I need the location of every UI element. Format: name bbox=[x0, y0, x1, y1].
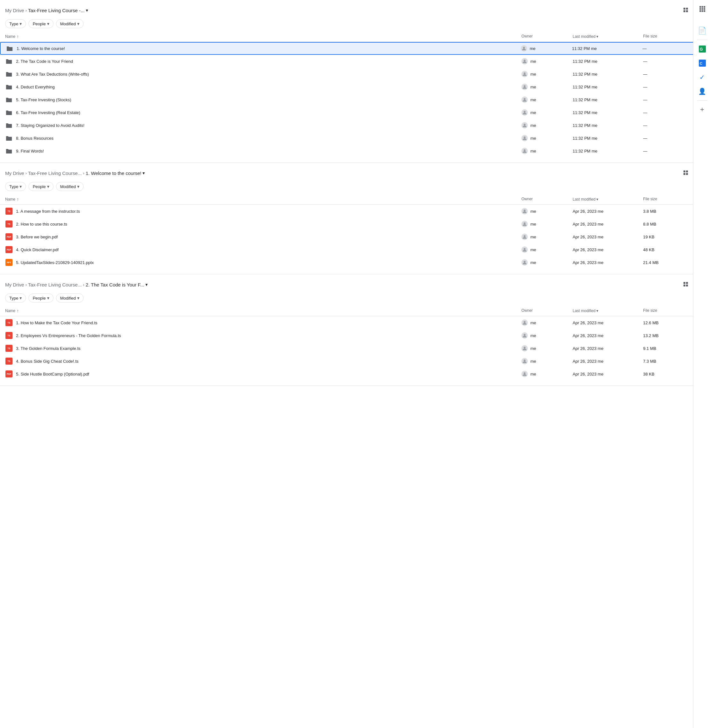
table-row[interactable]: 3. What Are Tax Deductions (Write-offs) … bbox=[0, 68, 711, 80]
breadcrumb-part[interactable]: My Drive bbox=[5, 8, 24, 13]
table-row[interactable]: 8. Bonus Resources me 11:32 PM me — ⋮ bbox=[0, 132, 711, 145]
table-header: Name ↑ Owner Last modified ▾ File size ⋮ bbox=[0, 306, 711, 316]
svg-rect-1 bbox=[686, 8, 688, 10]
grid-view-button[interactable] bbox=[680, 167, 692, 179]
contacts-sidebar-icon[interactable]: 👤 bbox=[696, 85, 709, 98]
owner-cell: me bbox=[521, 221, 572, 227]
file-name: 1. How to Make the Tax Code Your Friend.… bbox=[16, 320, 97, 325]
owner-cell: me bbox=[521, 109, 572, 116]
filter-chip-type3[interactable]: Type ▾ bbox=[5, 294, 26, 303]
size-cell: 7.3 MB bbox=[643, 359, 694, 364]
file-name: 5. Tax-Free Investing (Stocks) bbox=[16, 97, 71, 102]
pptx-icon: PPT bbox=[5, 258, 13, 266]
file-name: 9. Final Words! bbox=[16, 149, 44, 154]
column-name[interactable]: Name ↑ bbox=[5, 34, 521, 39]
table-row[interactable]: TS 3. The Golden Formula Example.ts me A… bbox=[0, 342, 711, 355]
breadcrumb-current[interactable]: 1. Welcome to the course! ▾ bbox=[86, 170, 145, 176]
table-row[interactable]: TS 2. Employees Vs Entrepreneurs - The G… bbox=[0, 329, 711, 342]
modified-cell: Apr 26, 2023 me bbox=[572, 235, 643, 239]
modified-cell: Apr 26, 2023 me bbox=[572, 320, 643, 325]
column-name[interactable]: Name ↑ bbox=[5, 308, 521, 313]
svg-point-27 bbox=[524, 210, 525, 211]
owner-cell: me bbox=[521, 122, 572, 128]
tasks-sidebar-icon[interactable]: ✓ bbox=[696, 71, 709, 84]
breadcrumb-part[interactable]: Tax-Free Living Course... bbox=[28, 170, 82, 176]
calendar-sidebar-icon[interactable]: C bbox=[696, 57, 709, 69]
svg-text:G: G bbox=[700, 47, 703, 52]
file-name-cell: TS 1. A message from the instructor.ts bbox=[5, 207, 521, 215]
filter-chevron-icon: ▾ bbox=[47, 21, 49, 26]
filter-chevron-icon: ▾ bbox=[19, 21, 22, 26]
avatar bbox=[521, 319, 528, 326]
filter-chip-people3[interactable]: People ▾ bbox=[28, 294, 53, 303]
modified-cell: 11:32 PM me bbox=[572, 136, 643, 141]
svg-point-42 bbox=[524, 372, 525, 374]
table-row[interactable]: 4. Deduct Everything me 11:32 PM me — ⋮ bbox=[0, 80, 711, 93]
svg-point-6 bbox=[523, 47, 525, 49]
breadcrumb: My Drive › Tax-Free Living Course -... ▾ bbox=[5, 8, 88, 13]
breadcrumb-current[interactable]: 2. The Tax Code is Your F... ▾ bbox=[86, 282, 148, 287]
filter-label: People bbox=[32, 21, 46, 26]
table-row[interactable]: 6. Tax-Free Investing (Real Estate) me 1… bbox=[0, 106, 711, 119]
breadcrumb-part[interactable]: Tax-Free Living Course... bbox=[28, 282, 82, 287]
file-name-cell: 3. What Are Tax Deductions (Write-offs) bbox=[5, 70, 521, 78]
folder-icon bbox=[5, 134, 13, 142]
owner-cell: me bbox=[521, 332, 572, 339]
folder-icon bbox=[5, 83, 13, 91]
svg-rect-49 bbox=[699, 10, 701, 12]
file-table: Name ↑ Owner Last modified ▾ File size ⋮ bbox=[0, 31, 711, 157]
filter-chip-modified2[interactable]: Modified ▾ bbox=[56, 182, 84, 191]
table-row[interactable]: PPT 5. UpdatedTaxSlides-210829-140921.pp… bbox=[0, 256, 711, 269]
table-row[interactable]: TS 1. A message from the instructor.ts m… bbox=[0, 205, 711, 217]
table-row[interactable]: 9. Final Words! me 11:32 PM me — ⋮ bbox=[0, 145, 711, 157]
owner-cell: me bbox=[521, 96, 572, 103]
sheets-icon[interactable]: G bbox=[696, 43, 709, 55]
grid-view-button[interactable] bbox=[680, 279, 692, 290]
file-name: 2. The Tax Code is Your Friend bbox=[16, 59, 73, 64]
filter-chip-people1[interactable]: People ▾ bbox=[28, 19, 53, 28]
filter-chip-people2[interactable]: People ▾ bbox=[28, 182, 53, 191]
table-row[interactable]: TS 2. How to use this course.ts me Apr 2… bbox=[0, 217, 711, 230]
column-modified[interactable]: Last modified ▾ bbox=[572, 308, 643, 313]
modified-cell: Apr 26, 2023 me bbox=[572, 209, 643, 214]
add-sidebar-icon[interactable]: + bbox=[696, 103, 709, 116]
modified-cell: 11:32 PM me bbox=[572, 84, 643, 89]
breadcrumb: My Drive › Tax-Free Living Course... › 2… bbox=[5, 282, 148, 287]
docs-icon-1[interactable]: 📄 bbox=[696, 24, 709, 37]
column-modified[interactable]: Last modified ▾ bbox=[572, 34, 643, 39]
table-row[interactable]: 2. The Tax Code is Your Friend me 11:32 … bbox=[0, 55, 711, 68]
filter-chip-modified3[interactable]: Modified ▾ bbox=[56, 294, 84, 303]
table-row[interactable]: TS 4. Bonus Side Gig Cheat Code!.ts me A… bbox=[0, 355, 711, 368]
table-row[interactable]: PDF 3. Before we begin.pdf me Apr 26, 20… bbox=[0, 230, 711, 243]
table-row[interactable]: 1. Welcome to the course! me 11:32 PM me… bbox=[0, 42, 711, 55]
table-row[interactable]: TS 1. How to Make the Tax Code Your Frie… bbox=[0, 316, 711, 329]
svg-rect-43 bbox=[699, 6, 701, 8]
owner-cell: me bbox=[521, 345, 572, 351]
table-row[interactable]: PDF 5. Side Hustle BootCamp (Optional).p… bbox=[0, 368, 711, 380]
table-row[interactable]: PDF 4. Quick Disclaimer.pdf me Apr 26, 2… bbox=[0, 243, 711, 256]
column-modified[interactable]: Last modified ▾ bbox=[572, 197, 643, 202]
owner-cell: me bbox=[521, 84, 572, 90]
file-name-cell: TS 1. How to Make the Tax Code Your Frie… bbox=[5, 319, 521, 326]
section-header: My Drive › Tax-Free Living Course -... ▾ bbox=[0, 0, 711, 19]
breadcrumb-current[interactable]: Tax-Free Living Course -... ▾ bbox=[28, 8, 89, 13]
svg-point-17 bbox=[524, 111, 525, 113]
filter-chip-type2[interactable]: Type ▾ bbox=[5, 182, 26, 191]
svg-rect-50 bbox=[701, 10, 703, 12]
column-name[interactable]: Name ↑ bbox=[5, 197, 521, 202]
owner-cell: me bbox=[521, 45, 572, 52]
owner-cell: me bbox=[521, 233, 572, 240]
breadcrumb-part[interactable]: My Drive bbox=[5, 170, 24, 176]
table-row[interactable]: 5. Tax-Free Investing (Stocks) me 11:32 … bbox=[0, 93, 711, 106]
google-apps-sidebar-icon[interactable] bbox=[696, 3, 709, 15]
grid-view-button[interactable] bbox=[680, 4, 692, 16]
filter-chip-modified1[interactable]: Modified ▾ bbox=[56, 19, 84, 28]
pdf-icon: PDF bbox=[5, 246, 13, 254]
filter-chip-type1[interactable]: Type ▾ bbox=[5, 19, 26, 28]
filter-chevron-icon: ▾ bbox=[77, 295, 80, 301]
size-cell: 12.6 MB bbox=[643, 320, 694, 325]
file-name: 4. Quick Disclaimer.pdf bbox=[16, 247, 59, 252]
filter-label: Type bbox=[9, 21, 18, 26]
breadcrumb-part[interactable]: My Drive bbox=[5, 282, 24, 287]
table-row[interactable]: 7. Staying Organized to Avoid Audits! me… bbox=[0, 119, 711, 132]
